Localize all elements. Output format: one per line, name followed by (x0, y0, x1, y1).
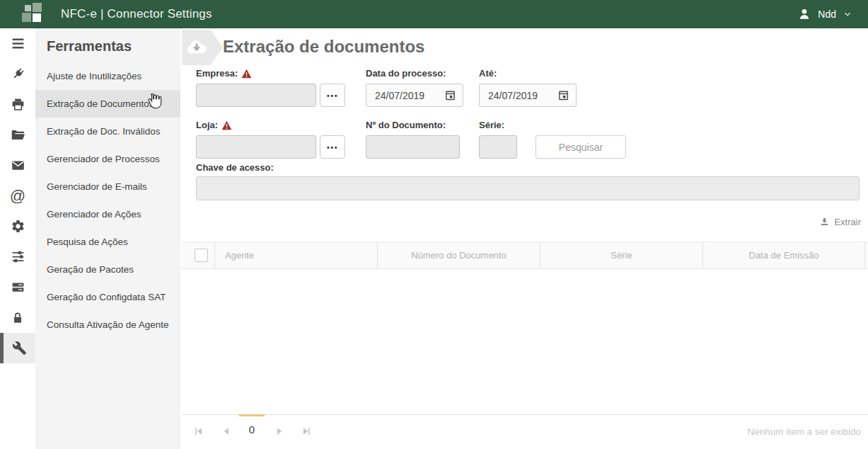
sidebar-item-ajuste-inutilizacoes[interactable]: Ajuste de Inutilizações (35, 62, 180, 90)
icon-rail: @ (0, 28, 35, 449)
rail-security-button[interactable] (0, 302, 35, 333)
next-page-icon[interactable] (274, 426, 285, 437)
main-content: Extração de documentos Empresa: Data do … (180, 28, 868, 449)
rail-settings-button[interactable] (0, 211, 35, 241)
at-sign-icon: @ (10, 188, 25, 204)
serie-label: Série: (479, 120, 504, 130)
pesquisar-button[interactable]: Pesquisar (536, 135, 626, 159)
extrair-button[interactable]: Extrair (819, 217, 861, 227)
previous-page-icon[interactable] (221, 426, 232, 437)
sidebar-item-geracao-configdata-sat[interactable]: Geração do Configdata SAT (35, 283, 180, 311)
menu-icon (11, 36, 25, 51)
ate-datepicker[interactable]: 24/07/2019 (479, 84, 577, 107)
rail-tuning-button[interactable] (0, 241, 35, 272)
warning-icon (221, 120, 232, 130)
loja-input[interactable] (196, 135, 316, 159)
column-numero-documento[interactable]: Número do Documento (377, 242, 540, 268)
select-all-cell (182, 242, 214, 268)
rail-files-button[interactable] (0, 120, 35, 150)
rail-tools-button[interactable] (0, 333, 35, 363)
column-data-emissao[interactable]: Data de Emissão (702, 242, 864, 268)
rail-mail-button[interactable] (0, 150, 35, 181)
sidebar-item-geracao-pacotes[interactable]: Geração de Pacotes (35, 256, 180, 283)
loja-label: Loja: (196, 120, 232, 130)
loja-browse-button[interactable]: ••• (320, 135, 345, 159)
folder-open-icon (11, 127, 25, 142)
rail-menu-button[interactable] (0, 28, 35, 59)
sidebar-item-extracao-documentos[interactable]: Extração de Documentos (35, 90, 180, 118)
download-icon (819, 217, 830, 227)
data-processo-datepicker[interactable]: 24/07/2019 (366, 84, 463, 107)
column-stub (864, 242, 868, 268)
ate-value: 24/07/2019 (488, 90, 557, 101)
rail-email-manager-button[interactable]: @ (0, 181, 35, 211)
select-all-checkbox[interactable] (195, 249, 208, 262)
first-page-icon[interactable] (193, 426, 204, 437)
ate-label: Até: (479, 68, 497, 79)
column-agente[interactable]: Agente (214, 242, 377, 268)
printer-icon (11, 97, 25, 112)
pager: 0 Nenhum item a ser exibido (182, 414, 868, 449)
app-title: NFC-e | Connector Settings (61, 7, 212, 21)
warning-icon (241, 69, 252, 79)
user-menu[interactable]: Ndd (797, 7, 858, 21)
sidebar-item-extracao-doc-invalidos[interactable]: Extração de Doc. Inválidos (35, 118, 180, 145)
chevron-down-icon (843, 9, 852, 19)
results-table-header: Agente Número do Documento Série Data de… (182, 241, 868, 269)
sidebar-item-gerenciador-acoes[interactable]: Gerenciador de Ações (35, 200, 180, 228)
chave-acesso-label: Chave de acesso: (196, 162, 274, 173)
app-logo-icon (20, 2, 45, 26)
sidebar-item-gerenciador-emails[interactable]: Gerenciador de E-mails (35, 173, 180, 200)
extrair-label: Extrair (834, 217, 861, 227)
rail-server-button[interactable] (0, 272, 35, 302)
serie-input[interactable] (479, 135, 517, 159)
calendar-icon[interactable] (557, 89, 569, 101)
last-page-icon[interactable] (301, 426, 312, 437)
sidebar-item-consulta-ativacao-agente[interactable]: Consulta Ativação de Agente (35, 311, 180, 339)
user-icon (797, 7, 811, 21)
sidebar-heading: Ferramentas (35, 28, 180, 62)
wrench-icon (12, 341, 27, 356)
cloud-download-icon (185, 36, 208, 59)
rail-connections-button[interactable] (0, 59, 35, 89)
chave-acesso-input[interactable] (196, 176, 860, 200)
data-processo-label: Data do processo: (366, 68, 446, 79)
app-window: NFC-e | Connector Settings Ndd (0, 0, 868, 449)
gear-icon (11, 219, 25, 234)
lock-icon (11, 311, 25, 325)
num-documento-label: Nº do Documento: (366, 120, 446, 130)
empresa-label: Empresa: (196, 68, 252, 79)
page-title: Extração de documentos (223, 37, 424, 57)
empresa-input[interactable] (196, 84, 316, 107)
calendar-icon[interactable] (444, 89, 456, 101)
envelope-icon (11, 158, 25, 173)
column-serie[interactable]: Série (540, 242, 702, 268)
ellipsis-icon: ••• (327, 143, 338, 152)
server-icon (11, 280, 25, 295)
ellipsis-icon: ••• (327, 91, 338, 100)
sidebar-item-pesquisa-acoes[interactable]: Pesquisa de Ações (35, 228, 180, 256)
sidebar-item-gerenciador-processos[interactable]: Gerenciador de Processos (35, 145, 180, 173)
num-documento-input[interactable] (366, 135, 460, 159)
sliders-icon (11, 249, 25, 264)
pager-empty-message: Nenhum item a ser exibido (747, 426, 861, 437)
sidebar: Ferramentas Ajuste de Inutilizações Extr… (35, 28, 180, 449)
user-name: Ndd (818, 8, 836, 20)
rail-printer-button[interactable] (0, 89, 35, 120)
current-page-number[interactable]: 0 (239, 424, 265, 436)
plug-icon (11, 67, 25, 81)
topbar: NFC-e | Connector Settings Ndd (0, 0, 868, 28)
data-processo-value: 24/07/2019 (375, 90, 444, 101)
empresa-browse-button[interactable]: ••• (320, 84, 345, 107)
current-page-indicator (239, 414, 265, 416)
page-title-banner (182, 30, 223, 65)
